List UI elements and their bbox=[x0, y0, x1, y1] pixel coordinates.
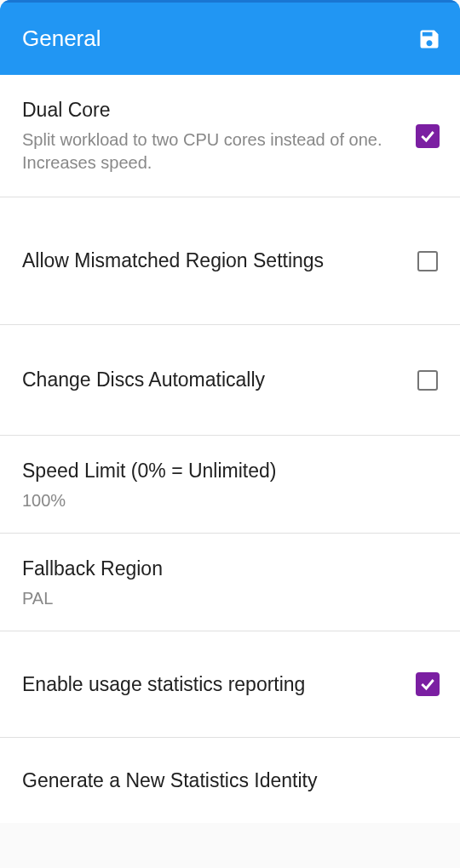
checkbox-change-discs[interactable] bbox=[416, 368, 440, 392]
setting-value: PAL bbox=[22, 589, 423, 608]
settings-list: Dual Core Split workload to two CPU core… bbox=[0, 75, 460, 823]
setting-text: Allow Mismatched Region Settings bbox=[22, 248, 416, 274]
checkbox-empty-icon bbox=[417, 251, 438, 271]
setting-title: Enable usage statistics reporting bbox=[22, 671, 399, 698]
setting-change-discs[interactable]: Change Discs Automatically bbox=[0, 325, 460, 436]
checkmark-icon bbox=[416, 124, 440, 148]
page-title: General bbox=[22, 26, 101, 52]
setting-title: Speed Limit (0% = Unlimited) bbox=[22, 458, 423, 484]
checkbox-empty-icon bbox=[417, 370, 438, 391]
setting-title: Dual Core bbox=[22, 97, 399, 123]
checkbox-usage-stats[interactable] bbox=[416, 672, 440, 696]
setting-mismatched-region[interactable]: Allow Mismatched Region Settings bbox=[0, 197, 460, 325]
setting-text: Fallback Region PAL bbox=[22, 556, 440, 608]
setting-text: Generate a New Statistics Identity bbox=[22, 768, 440, 794]
setting-dual-core[interactable]: Dual Core Split workload to two CPU core… bbox=[0, 75, 460, 197]
setting-usage-stats[interactable]: Enable usage statistics reporting bbox=[0, 631, 460, 738]
checkbox-dual-core[interactable] bbox=[416, 124, 440, 148]
save-icon[interactable] bbox=[417, 27, 441, 51]
setting-fallback-region[interactable]: Fallback Region PAL bbox=[0, 534, 460, 631]
setting-title: Fallback Region bbox=[22, 556, 423, 582]
header-bar: General bbox=[0, 0, 460, 75]
setting-text: Enable usage statistics reporting bbox=[22, 671, 416, 698]
setting-title: Change Discs Automatically bbox=[22, 367, 399, 393]
setting-title: Generate a New Statistics Identity bbox=[22, 768, 423, 794]
setting-text: Speed Limit (0% = Unlimited) 100% bbox=[22, 458, 440, 511]
setting-new-stats-identity[interactable]: Generate a New Statistics Identity bbox=[0, 738, 460, 823]
checkbox-mismatched-region[interactable] bbox=[416, 249, 440, 273]
setting-title: Allow Mismatched Region Settings bbox=[22, 248, 399, 274]
setting-description: Split workload to two CPU cores instead … bbox=[22, 128, 399, 174]
checkmark-icon bbox=[416, 672, 440, 696]
setting-value: 100% bbox=[22, 491, 423, 511]
setting-text: Dual Core Split workload to two CPU core… bbox=[22, 97, 416, 174]
setting-speed-limit[interactable]: Speed Limit (0% = Unlimited) 100% bbox=[0, 436, 460, 534]
setting-text: Change Discs Automatically bbox=[22, 367, 416, 393]
